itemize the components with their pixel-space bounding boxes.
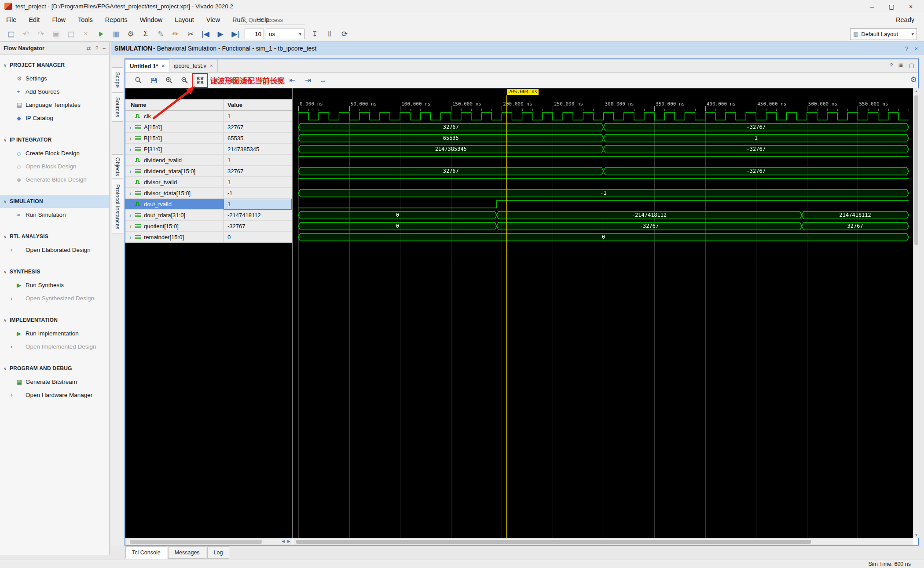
waveform-canvas[interactable] [293, 88, 913, 538]
pause-icon[interactable]: Ⅱ [323, 27, 336, 40]
close-icon[interactable]: × [914, 45, 918, 52]
signal-value-cell[interactable]: 0 [224, 232, 292, 243]
flow-item-generate-block-design[interactable]: ◆Generate Block Design [0, 173, 109, 186]
signal-name-cell[interactable]: ›B[15:0] [125, 133, 224, 144]
flow-item-create-block-design[interactable]: ◇Create Block Design [0, 146, 109, 160]
signal-name-cell[interactable]: ›remainder[15:0] [125, 232, 224, 243]
menu-window[interactable]: Window [134, 13, 169, 26]
vertical-scrollbar[interactable]: ▲ ▼ [913, 88, 919, 538]
delete-icon[interactable]: × [79, 27, 92, 40]
name-scrollbar-thumb[interactable] [130, 540, 262, 544]
expand-arrow-icon[interactable]: › [128, 124, 133, 131]
flow-item-run-simulation[interactable]: ≈Run Simulation [0, 208, 109, 221]
wave-settings-gear-icon[interactable]: ⚙ [910, 75, 917, 84]
signal-value-cell[interactable]: 1 [224, 155, 292, 166]
maximize-button[interactable]: ▢ [882, 0, 901, 13]
flow-item-open-implemented-design[interactable]: ›Open Implemented Design [0, 340, 109, 353]
expand-arrow-icon[interactable]: › [128, 234, 133, 240]
scroll-right-icon[interactable]: ▶ [287, 539, 290, 543]
signal-row-b-15-0[interactable]: ›B[15:0]65535 [125, 133, 292, 144]
run-for-icon[interactable]: ▶| [229, 27, 242, 40]
maximize-icon[interactable]: ▢ [909, 62, 914, 69]
wave-horizontal-scrollbar[interactable] [293, 538, 913, 545]
value-column-header[interactable]: Value [224, 99, 292, 111]
flow-section-header-program-and-debug[interactable]: ∨PROGRAM AND DEBUG [0, 362, 109, 375]
run-all-icon[interactable]: ▶ [214, 27, 227, 40]
signal-name-cell[interactable]: ›dividend_tdata[15:0] [125, 166, 224, 177]
signal-row-divisor-tvalid[interactable]: divisor_tvalid1 [125, 177, 292, 188]
quick-access[interactable] [239, 15, 305, 25]
signal-value-cell[interactable]: 2147385345 [224, 144, 292, 155]
goto-last-icon[interactable]: ⇥ [300, 73, 315, 87]
console-tab-log[interactable]: Log [207, 546, 230, 559]
cut-icon[interactable]: ✂ [184, 27, 197, 40]
expand-arrow-icon[interactable]: › [128, 212, 133, 218]
help-icon[interactable]: ? [890, 62, 893, 69]
step-icon[interactable]: ↧ [308, 27, 321, 40]
fit-range-icon[interactable]: ↔ [315, 73, 331, 87]
signal-row-a-15-0[interactable]: ›A[15:0]32767 [125, 122, 292, 133]
flow-item-language-templates[interactable]: ▤Language Templates [0, 98, 109, 111]
side-tab-protocol-instances[interactable]: Protocol Instances [112, 180, 123, 233]
flow-section-header-ip-integrator[interactable]: ∨IP INTEGRATOR [0, 133, 109, 146]
signal-value-cell[interactable]: -1 [224, 188, 292, 199]
time-unit-select[interactable]: us ▾ [266, 29, 304, 39]
signal-value-cell[interactable]: 1 [224, 177, 292, 188]
expand-arrow-icon[interactable]: › [128, 223, 133, 229]
toggle-icon[interactable]: ⇄ [87, 45, 91, 51]
side-tab-objects[interactable]: Objects [112, 154, 123, 179]
tab-untitled-1[interactable]: Untitled 1*× [125, 59, 169, 72]
flow-item-add-sources[interactable]: +Add Sources [0, 85, 109, 98]
open-file-icon[interactable]: ▤ [4, 27, 18, 40]
expand-arrow-icon[interactable]: › [128, 190, 133, 197]
signal-row-dividend-tvalid[interactable]: dividend_tvalid1 [125, 155, 292, 166]
signal-value-cell[interactable]: 1 [224, 111, 292, 122]
close-button[interactable]: × [901, 0, 920, 13]
signal-name-cell[interactable]: dout_tvalid [125, 199, 224, 210]
signal-row-divisor-tdata-15-0[interactable]: ›divisor_tdata[15:0]-1 [125, 188, 292, 199]
settings-gear-icon[interactable]: ⚙ [124, 27, 137, 40]
wave-scrollbar-thumb[interactable] [296, 540, 811, 544]
signal-name-cell[interactable]: ›A[15:0] [125, 122, 224, 133]
flow-item-generate-bitstream[interactable]: ▦Generate Bitstream [0, 375, 109, 388]
scroll-up-icon[interactable]: ▲ [913, 88, 919, 94]
marker-icon[interactable]: ✏ [169, 27, 182, 40]
menu-edit[interactable]: Edit [22, 13, 46, 26]
name-horizontal-scrollbar[interactable]: ◀ ▶ [125, 538, 292, 545]
menu-reports[interactable]: Reports [99, 13, 134, 26]
menu-layout[interactable]: Layout [169, 13, 200, 26]
flow-item-open-synthesized-design[interactable]: ›Open Synthesized Design [0, 291, 109, 305]
console-tab-messages[interactable]: Messages [168, 546, 206, 559]
vertical-scrollbar-thumb[interactable] [914, 95, 918, 245]
flow-section-header-synthesis[interactable]: ∨SYNTHESIS [0, 265, 109, 278]
menu-tools[interactable]: Tools [72, 13, 99, 26]
flow-item-settings[interactable]: ⚙Settings [0, 72, 109, 85]
signal-name-cell[interactable]: ›P[31:0] [125, 144, 224, 155]
simulation-time-input[interactable] [245, 29, 264, 39]
goto-time-zero-icon[interactable]: ⇤ [285, 73, 300, 87]
run-icon[interactable] [94, 27, 107, 40]
help-icon[interactable]: ? [905, 45, 908, 52]
signal-value-cell[interactable]: -32767 [224, 221, 292, 232]
flow-item-run-synthesis[interactable]: ▶Run Synthesis [0, 278, 109, 291]
expand-arrow-icon[interactable]: › [128, 146, 133, 153]
console-tab-tcl-console[interactable]: Tcl Console [125, 546, 167, 559]
scroll-left-icon[interactable]: ◀ [282, 539, 285, 543]
signal-row-remainder-15-0[interactable]: ›remainder[15:0]0 [125, 232, 292, 243]
signal-row-dividend-tdata-15-0[interactable]: ›dividend_tdata[15:0]32767 [125, 166, 292, 177]
undo-icon[interactable]: ↶ [19, 27, 33, 40]
signal-value-cell[interactable]: 1 [224, 199, 292, 210]
layout-selector[interactable]: ▦ Default Layout ▾ [850, 28, 917, 40]
menu-flow[interactable]: Flow [46, 13, 72, 26]
flow-section-header-rtl-analysis[interactable]: ∨RTL ANALYSIS [0, 230, 109, 243]
flow-section-header-project-manager[interactable]: ∨PROJECT MANAGER [0, 58, 109, 72]
time-cursor[interactable] [506, 95, 507, 538]
relaunch-icon[interactable]: ⟳ [338, 27, 351, 40]
signal-name-cell[interactable]: divisor_tvalid [125, 177, 224, 188]
pencil-icon[interactable]: ✎ [154, 27, 167, 40]
tab-ipcore-test-v[interactable]: ipcore_test.v× [169, 59, 218, 72]
menu-file[interactable]: File [0, 13, 22, 26]
minimize-button[interactable]: – [862, 0, 882, 13]
signal-value-cell[interactable]: 65535 [224, 133, 292, 144]
signal-row-dout-tvalid[interactable]: dout_tvalid1 [125, 199, 292, 210]
